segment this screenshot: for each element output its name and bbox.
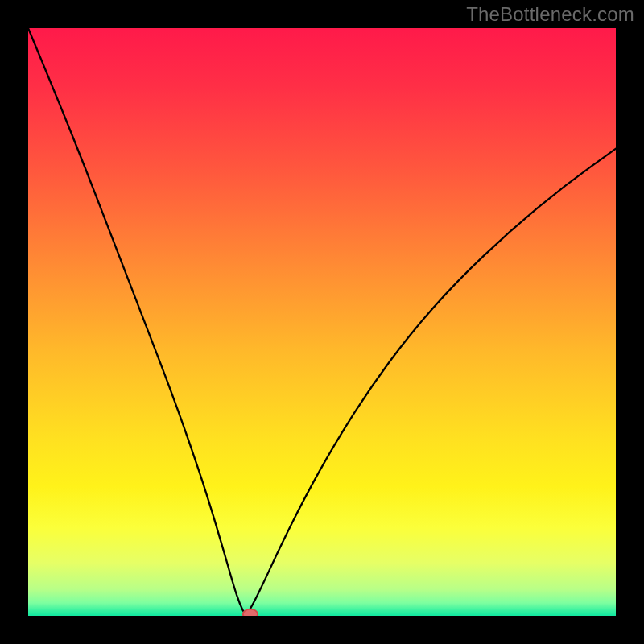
plot-area [28, 28, 616, 616]
chart-frame: TheBottleneck.com [0, 0, 644, 644]
chart-svg [28, 28, 616, 616]
marker-ellipse [243, 609, 258, 616]
bottleneck-curve [28, 28, 616, 613]
watermark-label: TheBottleneck.com [466, 3, 634, 26]
minimum-marker [243, 609, 258, 616]
